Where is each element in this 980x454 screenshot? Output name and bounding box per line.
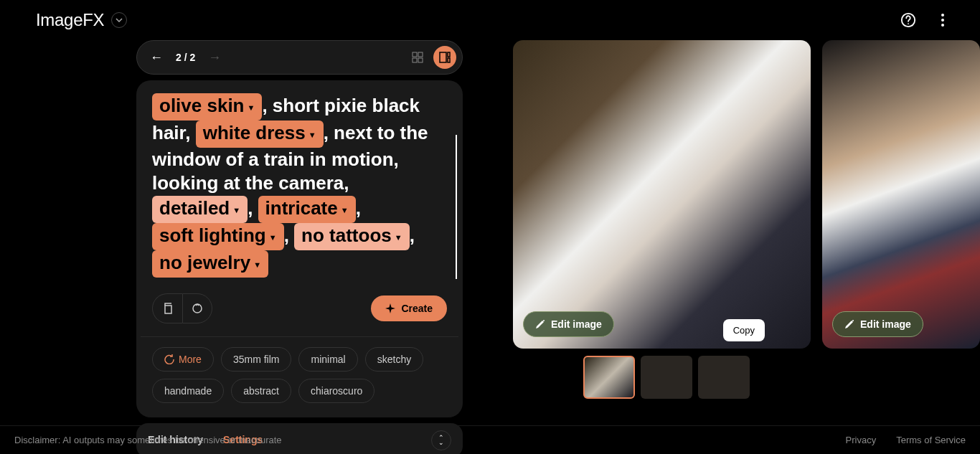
- app-logo[interactable]: ImageFX: [36, 10, 104, 30]
- generated-image-main[interactable]: Edit image Copy: [513, 40, 811, 349]
- shuffle-button[interactable]: [182, 293, 212, 323]
- thumbnail[interactable]: [641, 356, 692, 399]
- svg-point-13: [193, 304, 202, 313]
- svg-rect-12: [165, 306, 171, 313]
- create-button[interactable]: Create: [371, 295, 447, 321]
- prev-arrow-icon[interactable]: ←: [150, 50, 163, 65]
- edit-image-button[interactable]: Edit image: [523, 311, 614, 337]
- prompt-chip-detailed[interactable]: detailed▼: [152, 196, 248, 223]
- prompt-chip-no-tattoos[interactable]: no tattoos▼: [294, 223, 410, 250]
- copy-tooltip: Copy: [723, 319, 765, 341]
- privacy-link[interactable]: Privacy: [846, 435, 877, 445]
- thumbnail[interactable]: [698, 356, 750, 399]
- svg-rect-9: [440, 52, 446, 62]
- thumbnail[interactable]: [583, 356, 635, 399]
- svg-point-2: [941, 14, 944, 16]
- suggestion-chip[interactable]: minimal: [298, 347, 357, 372]
- svg-point-15: [852, 320, 854, 321]
- prompt-card: olive skin▼, short pixie black hair, whi…: [136, 80, 463, 417]
- prompt-chip-white-dress[interactable]: white dress▼: [196, 120, 324, 148]
- split-view-button[interactable]: [433, 46, 456, 69]
- suggestion-chip[interactable]: 35mm film: [221, 347, 292, 372]
- prompt-segment: ,: [410, 224, 415, 246]
- generated-image-secondary[interactable]: Edit image: [822, 40, 980, 349]
- suggestion-chip[interactable]: chiaroscuro: [298, 379, 374, 403]
- prompt-segment: ,: [248, 197, 258, 219]
- copy-prompt-button[interactable]: [152, 293, 182, 323]
- prompt-segment: ,: [284, 224, 294, 246]
- terms-link[interactable]: Terms of Service: [896, 435, 966, 445]
- history-nav: ← 2 / 2 →: [136, 40, 463, 75]
- prompt-text[interactable]: olive skin▼, short pixie black hair, whi…: [152, 93, 447, 278]
- svg-rect-5: [413, 52, 417, 57]
- more-menu-icon[interactable]: [934, 11, 951, 29]
- logo-dropdown[interactable]: [111, 12, 127, 28]
- svg-rect-11: [448, 58, 450, 62]
- prompt-chip-intricate[interactable]: intricate▼: [258, 196, 356, 223]
- page-indicator: 2 / 2: [176, 52, 195, 63]
- disclaimer-text: Disclaimer: AI outputs may sometimes be …: [14, 435, 282, 445]
- svg-rect-8: [418, 58, 423, 62]
- help-icon[interactable]: [900, 11, 917, 29]
- next-arrow-icon[interactable]: →: [208, 50, 221, 65]
- svg-point-4: [941, 24, 944, 27]
- grid-view-button[interactable]: [406, 46, 429, 69]
- svg-rect-10: [448, 52, 450, 57]
- prompt-segment: ,: [356, 197, 361, 219]
- suggestion-chip[interactable]: sketchy: [365, 347, 423, 372]
- svg-rect-7: [413, 58, 417, 62]
- suggestion-chip[interactable]: abstract: [231, 379, 291, 403]
- svg-rect-6: [418, 52, 423, 57]
- more-suggestions-button[interactable]: More: [152, 347, 214, 372]
- svg-point-1: [908, 23, 909, 24]
- svg-point-3: [941, 19, 944, 22]
- suggestion-chip[interactable]: handmade: [152, 379, 224, 403]
- prompt-chip-olive-skin[interactable]: olive skin▼: [152, 93, 262, 120]
- edit-image-button[interactable]: Edit image: [832, 311, 923, 337]
- prompt-chip-no-jewelry[interactable]: no jewelry▼: [152, 250, 268, 278]
- prompt-chip-soft-lighting[interactable]: soft lighting▼: [152, 223, 284, 250]
- svg-point-14: [543, 320, 545, 321]
